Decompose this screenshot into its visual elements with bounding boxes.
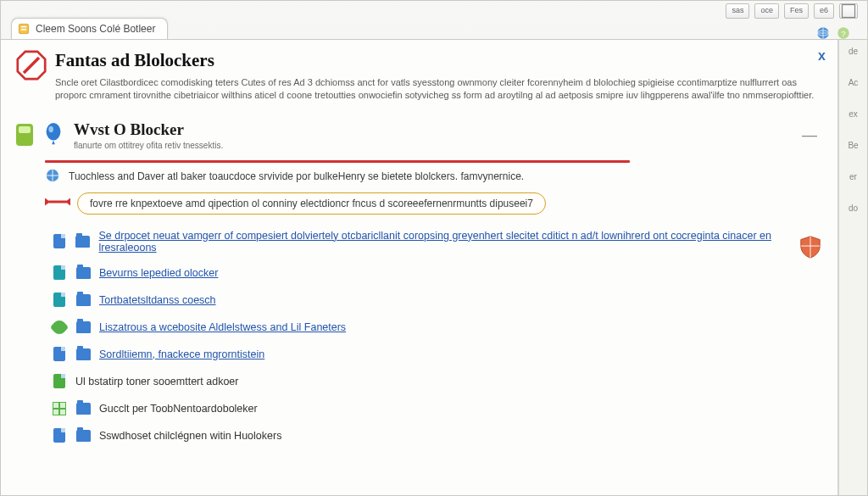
page-description: Sncle oret Cilastbordicec comodisking te… [55,76,822,102]
tab-label: Cleem Soons Colé Botleer [36,23,155,35]
topic-link[interactable]: Tortbatetsltdanss coesch [99,294,216,306]
svg-rect-6 [21,26,26,28]
list-item: Bevurns lepedied olocker [52,265,822,281]
main-panel: x Fantas ad Blolockers Sncle oret Cilast… [1,40,838,495]
list-item: Liszatrous a wcebosite Aldlelstwess and … [52,320,822,335]
topic-text: Ul bstatirp toner sooemttert adkoer [75,376,238,387]
svg-rect-7 [21,29,26,31]
topic-link[interactable]: Se drpocet neuat vamgerr of compesiert d… [99,230,822,254]
doc-icon [75,401,91,416]
doc-icon [75,320,91,335]
tab-main[interactable]: Cleem Soons Colé Botleer [11,18,168,40]
tool-btn-4[interactable]: e6 [814,3,834,19]
tool-btn-2[interactable]: oce [754,3,779,19]
svg-point-11 [48,125,53,131]
red-arrow-icon [45,194,70,212]
sidebar-label: Ac [849,78,859,87]
tool-btn-5[interactable] [839,3,858,19]
highlighted-note: fovre rre knpextoeve amd qipection ol co… [77,192,546,215]
info-text: Tuochless and Daver atl baker toaucdoce … [69,170,524,182]
svg-text:?: ? [841,29,846,38]
svg-point-10 [47,123,61,141]
sidebar-label: er [849,172,857,181]
page-title: Fantas ad Blolockers [55,50,822,71]
top-toolbar: sas oce Fes e6 [726,3,858,19]
robot-icon [16,124,33,146]
doc-icon [52,428,67,443]
topic-list: Se drpocet neuat vamgerr of compesiert d… [52,230,822,443]
right-sidebar: de Ac ex Be er do [838,40,867,495]
doc-icon [75,265,91,281]
sidebar-label: Be [848,141,858,150]
shield-icon [798,235,822,261]
tool-btn-1[interactable]: sas [726,3,749,19]
topic-text: Sswdhoset chilclégnen witin Huolokers [99,430,281,442]
doc-icon [52,347,67,362]
doc-icon [52,293,67,308]
section-title: Wvst O Blocker [74,120,223,139]
leaf-icon [52,320,67,335]
sidebar-label: de [849,47,858,56]
info-globe-icon [45,168,60,186]
grid-icon [52,401,67,416]
list-item: Sswdhoset chilclégnen witin Huolokers [52,428,822,443]
sidebar-label: ex [849,109,858,119]
list-item: Sordltiiemn, fnackece mgrorntistein [52,347,822,362]
doc-icon [75,234,91,249]
doc-icon [75,293,91,308]
close-button[interactable]: x [818,48,826,64]
list-item: Gucclt per ToobNentoardoboleker [52,401,822,416]
topic-link[interactable]: Liszatrous a wcebosite Aldlelstwess and … [99,321,346,333]
collapse-button[interactable]: — [802,126,822,144]
topic-link[interactable]: Bevurns lepedied olocker [99,267,218,279]
list-item: Tortbatetsltdanss coesch [52,293,822,308]
list-item: Se drpocet neuat vamgerr of compesiert d… [52,230,822,254]
doc-icon [75,428,91,443]
section-subtitle: flanurte om ottitrey ofita retiv tnessek… [74,141,223,150]
doc-icon [52,265,67,281]
section-divider [45,160,630,163]
tab-icon [17,22,31,36]
tab-row: Cleem Soons Colé Botleer [1,18,867,40]
topic-text: Gucclt per ToobNentoardoboleker [99,403,258,415]
topic-link[interactable]: Sordltiiemn, fnackece mgrorntistein [99,348,264,360]
doc-icon [52,374,67,389]
svg-rect-0 [843,5,855,18]
tool-btn-3[interactable]: Fes [784,3,809,19]
sidebar-label: do [849,203,858,213]
doc-icon [52,234,67,249]
balloon-icon [42,122,65,148]
doc-icon [75,347,91,362]
stop-sign-icon [16,50,47,83]
list-item: Ul bstatirp toner sooemttert adkoer [52,374,822,389]
